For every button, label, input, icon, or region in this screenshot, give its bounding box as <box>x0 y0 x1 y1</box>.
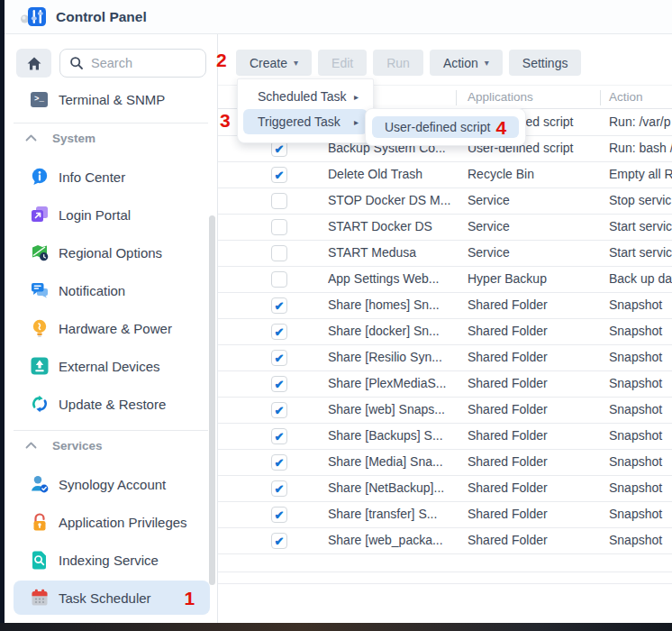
menu-item-label: Scheduled Task <box>258 89 347 104</box>
table-row[interactable]: App Settings Web...Hyper BackupBack up d… <box>218 267 672 293</box>
sidebar-item-application-privileges[interactable]: Application Privileges <box>5 503 217 541</box>
table-row[interactable]: STOP Docker DS M...ServiceStop servic <box>218 188 672 215</box>
row-checkbox[interactable]: ✔ <box>271 480 287 497</box>
sidebar-item-terminal-snmp[interactable]: >_Terminal & SNMP <box>5 83 217 115</box>
window-title: Control Panel <box>56 9 147 25</box>
sidebar-item-hardware-power[interactable]: Hardware & Power <box>5 309 217 347</box>
table-row[interactable]: ✔Share [Media] Sna...Shared FolderSnapsh… <box>218 450 672 476</box>
toolbar: Create▾EditRunAction▾Settings <box>218 34 672 76</box>
sidebar-item-label: Notification <box>59 283 125 298</box>
submenu-item-user-defined-script[interactable]: User-defined script4 <box>372 116 519 138</box>
sidebar-item-login-portal[interactable]: Login Portal <box>5 196 217 233</box>
sidebar-item-info-center[interactable]: Info Center <box>5 158 217 196</box>
action-button[interactable]: Action▾ <box>430 50 503 76</box>
cell-action: Stop servic <box>609 193 672 207</box>
sidebar-section-services[interactable]: Services <box>5 431 217 460</box>
sidebar-item-task-scheduler[interactable]: Task Scheduler1 <box>14 581 210 615</box>
row-checkbox[interactable]: ✔ <box>271 350 287 366</box>
row-checkbox[interactable]: ✔ <box>271 324 287 340</box>
sidebar-item-label: Regional Options <box>59 245 162 261</box>
sidebar-item-indexing-service[interactable]: Indexing Service <box>5 541 217 579</box>
sidebar-item-update-restore[interactable]: Update & Restore <box>5 385 217 423</box>
table-row[interactable]: ✔Share [homes] Sn...Shared FolderSnapsho… <box>218 293 672 319</box>
cell-action: Snapshot <box>609 350 672 364</box>
cell-task-name: START Medusa <box>328 245 456 260</box>
sidebar-section-system[interactable]: System <box>5 123 217 152</box>
cell-applications: Shared Folder <box>468 533 598 547</box>
sidebar-item-regional-options[interactable]: Regional Options <box>5 233 217 271</box>
row-checkbox[interactable] <box>271 219 287 235</box>
settings-button[interactable]: Settings <box>509 50 582 76</box>
table-row[interactable]: ✔Delete Old TrashRecycle BinEmpty all R <box>218 162 672 188</box>
annotation-3: 3 <box>220 111 231 130</box>
cell-task-name: Share [web_packa... <box>328 533 456 547</box>
row-checkbox[interactable]: ✔ <box>271 297 287 314</box>
cell-task-name: STOP Docker DS M... <box>328 193 456 207</box>
sidebar-item-label: Hardware & Power <box>59 321 172 336</box>
annotation-1: 1 <box>185 589 195 608</box>
cell-applications: Shared Folder <box>468 507 598 521</box>
button-label: Action <box>443 56 478 70</box>
sidebar-item-synology-account[interactable]: Synology Account <box>5 465 217 503</box>
column-separator <box>600 90 601 105</box>
menu-item-label: Triggered Task <box>258 114 341 129</box>
cell-task-name: Share [docker] Sn... <box>328 324 456 338</box>
sidebar-item-notification[interactable]: Notification <box>5 271 217 309</box>
chevron-down-icon: ▾ <box>485 58 489 68</box>
table-row[interactable]: ✔Share [Backups] S...Shared FolderSnapsh… <box>218 424 672 450</box>
row-checkbox[interactable]: ✔ <box>271 402 287 418</box>
column-header-action[interactable]: Action <box>609 90 643 104</box>
row-checkbox[interactable]: ✔ <box>271 167 287 183</box>
regional-options-icon <box>30 243 49 262</box>
cell-applications: Shared Folder <box>468 428 598 443</box>
cell-task-name: Share [Backups] S... <box>328 428 456 443</box>
submenu-arrow-icon: ▸ <box>354 92 359 102</box>
hardware-power-icon <box>30 319 49 338</box>
chevron-up-icon <box>22 436 41 455</box>
sidebar-item-label: Terminal & SNMP <box>59 92 165 107</box>
cell-applications: Service <box>468 219 598 233</box>
search-input[interactable]: Search <box>59 49 206 78</box>
create-button[interactable]: Create▾ <box>236 50 312 76</box>
column-header-applications[interactable]: Applications <box>468 90 533 104</box>
cell-action: Back up dat <box>609 271 672 286</box>
submenu-item-label: User-defined script <box>385 120 491 134</box>
menu-item-triggered-task[interactable]: Triggered Task▸ <box>243 109 368 134</box>
table-row[interactable]: ✔Share [PlexMediaS...Shared FolderSnapsh… <box>218 371 672 398</box>
home-button[interactable] <box>16 49 51 78</box>
row-checkbox[interactable] <box>271 271 287 288</box>
row-checkbox[interactable] <box>271 193 287 209</box>
table-row[interactable]: ✔Share [transfer] S...Shared FolderSnaps… <box>218 502 672 528</box>
triggered-task-submenu: User-defined script4 <box>365 108 526 146</box>
info-center-icon <box>30 168 49 187</box>
sidebar-item-label: Update & Restore <box>59 397 166 412</box>
row-checkbox[interactable]: ✔ <box>271 507 287 523</box>
row-checkbox[interactable]: ✔ <box>271 454 287 471</box>
cell-action: Snapshot <box>609 376 672 390</box>
row-checkbox[interactable]: ✔ <box>271 428 287 444</box>
table-row[interactable]: ✔Share [web] Snaps...Shared FolderSnapsh… <box>218 398 672 424</box>
cell-action: Start servic <box>609 245 672 260</box>
run-button: Run <box>373 50 423 76</box>
indexing-service-icon <box>30 551 49 570</box>
sidebar-item-external-devices[interactable]: External Devices <box>5 347 217 385</box>
cell-task-name: Share [homes] Sn... <box>328 297 456 312</box>
sidebar-scrollbar[interactable] <box>209 215 215 585</box>
table-row[interactable]: ✔Share [web_packa...Shared FolderSnapsho… <box>218 528 672 554</box>
cell-task-name: App Settings Web... <box>328 271 456 286</box>
search-placeholder: Search <box>91 56 132 70</box>
row-checkbox[interactable]: ✔ <box>271 533 287 549</box>
table-row[interactable]: START MedusaServiceStart servic <box>218 241 672 267</box>
external-devices-icon <box>30 357 49 376</box>
row-checkbox[interactable]: ✔ <box>271 376 287 392</box>
table-row[interactable]: ✔Share [Resilio Syn...Shared FolderSnaps… <box>218 345 672 371</box>
cell-applications: Shared Folder <box>468 376 598 390</box>
menu-item-scheduled-task[interactable]: Scheduled Task▸ <box>243 84 368 109</box>
table-row[interactable]: ✔Share [NetBackup]...Shared FolderSnapsh… <box>218 476 672 502</box>
application-privileges-icon <box>30 513 49 532</box>
row-checkbox[interactable] <box>271 245 287 261</box>
task-list: ✔User-defined scriptRun: /var/p✔Backup S… <box>218 110 672 554</box>
table-row[interactable]: START Docker DSServiceStart servic <box>218 215 672 241</box>
sidebar-item-label: Application Privileges <box>59 515 187 530</box>
table-row[interactable]: ✔Share [docker] Sn...Shared FolderSnapsh… <box>218 319 672 345</box>
